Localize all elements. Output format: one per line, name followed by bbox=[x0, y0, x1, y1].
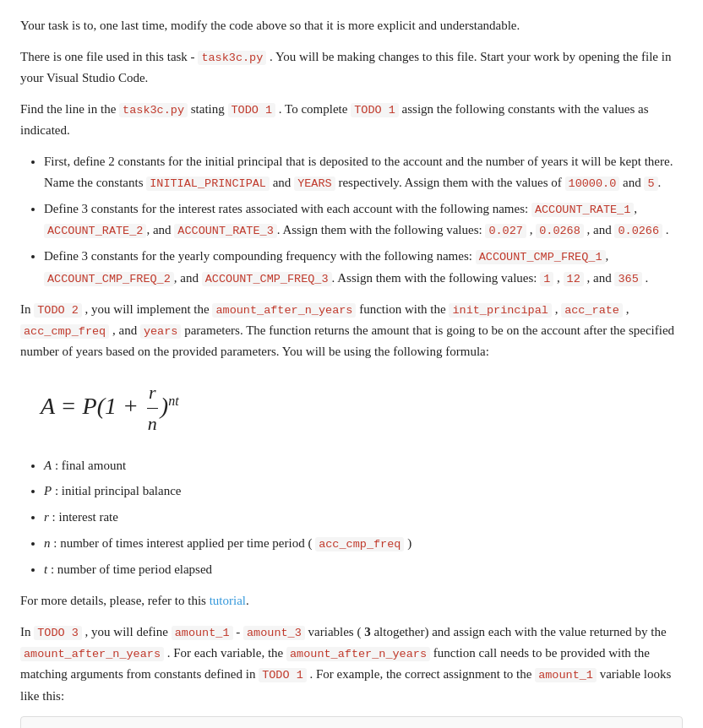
task3c-filename-1: task3c.py bbox=[198, 51, 266, 65]
value-10000: 10000.0 bbox=[565, 177, 620, 191]
constants-bullet-2: Define 3 constants for the interest rate… bbox=[44, 198, 683, 242]
cmp-freq-2-code: ACCOUNT_CMP_FREQ_2 bbox=[44, 272, 174, 286]
constants-list: First, define 2 constants for the initia… bbox=[44, 151, 683, 289]
code-example-block: amount_1 = amount_after_n_years(INITIAL_… bbox=[20, 716, 683, 728]
freq-val-2: 12 bbox=[564, 272, 584, 286]
rate-val-1: 0.027 bbox=[485, 224, 526, 238]
legend-n: n : number of times interest applied per… bbox=[44, 533, 683, 554]
account-rate-2-code: ACCOUNT_RATE_2 bbox=[44, 224, 146, 238]
acc-cmp-freq-legend-code: acc_cmp_freq bbox=[315, 537, 404, 551]
initial-principal-code: INITIAL_PRINCIPAL bbox=[146, 177, 270, 191]
legend-r: r : interest rate bbox=[44, 507, 683, 528]
param-years: years bbox=[140, 324, 182, 339]
amount-after-func-code-2: amount_after_n_years bbox=[20, 647, 164, 661]
task3c-filename-2: task3c.py bbox=[119, 103, 188, 117]
amount-3-code: amount_3 bbox=[243, 626, 305, 640]
todo1-badge-ref: TODO 1 bbox=[259, 668, 307, 682]
count-3: 3 bbox=[364, 625, 371, 638]
todo1-badge-2: TODO 1 bbox=[351, 103, 399, 117]
legend-t: t : number of time period elapsed bbox=[44, 559, 683, 580]
todo3-badge: TODO 3 bbox=[34, 626, 82, 640]
rate-val-2: 0.0268 bbox=[536, 224, 584, 238]
param-acc-rate: acc_rate bbox=[561, 303, 623, 318]
find-line-para: Find the line in the task3c.py stating T… bbox=[20, 99, 683, 141]
todo2-para: In TODO 2 , you will implement the amoun… bbox=[20, 299, 683, 362]
todo2-badge: TODO 2 bbox=[34, 303, 82, 318]
intro-file-text: There is one file used in this task - bbox=[20, 50, 195, 63]
rate-val-3: 0.0266 bbox=[614, 224, 662, 238]
todo1-badge-1: TODO 1 bbox=[228, 103, 276, 117]
intro-task-text: Your task is to, one last time, modify t… bbox=[20, 15, 683, 36]
amount-1-code: amount_1 bbox=[172, 626, 233, 640]
param-acc-cmp-freq: acc_cmp_freq bbox=[20, 324, 109, 339]
amount-after-func-code-3: amount_after_n_years bbox=[286, 647, 430, 661]
find-complete-text: . To complete bbox=[279, 102, 351, 116]
amount-after-func-code: amount_after_n_years bbox=[212, 303, 356, 318]
account-rate-3-code: ACCOUNT_RATE_3 bbox=[174, 224, 276, 238]
find-line-text: Find the line in the bbox=[20, 102, 116, 116]
freq-val-1: 1 bbox=[540, 272, 553, 286]
value-5: 5 bbox=[644, 177, 657, 191]
years-code: YEARS bbox=[294, 177, 335, 191]
param-init-principal: init_principal bbox=[449, 303, 551, 318]
legend-list: A : final amount P : initial principal b… bbox=[44, 455, 683, 580]
intro-file-para: There is one file used in this task - ta… bbox=[20, 46, 683, 89]
legend-P: P : initial principal balance bbox=[44, 481, 683, 502]
cmp-freq-3-code: ACCOUNT_CMP_FREQ_3 bbox=[202, 272, 332, 286]
freq-val-3: 365 bbox=[614, 272, 641, 286]
constants-bullet-3: Define 3 constants for the yearly compou… bbox=[44, 246, 683, 289]
account-rate-1-code: ACCOUNT_RATE_1 bbox=[531, 203, 634, 217]
constants-bullet-1: First, define 2 constants for the initia… bbox=[44, 151, 683, 193]
tutorial-link[interactable]: tutorial bbox=[210, 594, 246, 607]
details-para: For more details, please, refer to this … bbox=[20, 590, 683, 611]
amount-1-var-ref: amount_1 bbox=[535, 668, 597, 682]
find-stating-text: stating bbox=[191, 102, 228, 116]
todo3-para: In TODO 3 , you will define amount_1 - a… bbox=[20, 622, 683, 707]
cmp-freq-1-code: ACCOUNT_CMP_FREQ_1 bbox=[476, 250, 606, 264]
formula-section: A = P(1 + r n )nt bbox=[41, 378, 683, 440]
legend-A: A : final amount bbox=[44, 455, 683, 476]
